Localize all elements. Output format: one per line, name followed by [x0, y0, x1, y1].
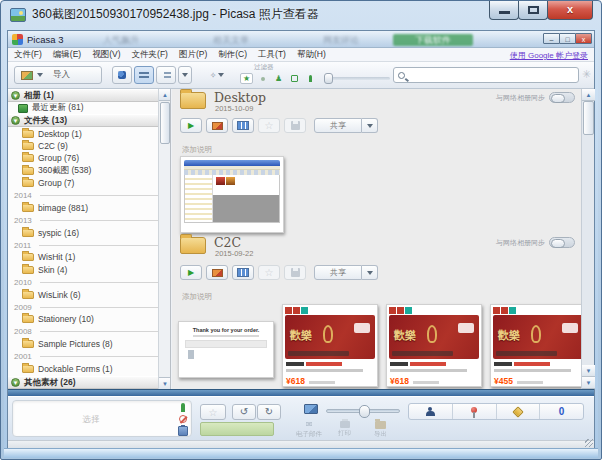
folders-header[interactable]: ▼ 文件夹 (13) [8, 114, 170, 127]
collapse-arrow-icon[interactable]: ▼ [11, 91, 20, 100]
tree-view-button[interactable] [156, 66, 176, 84]
menu-item[interactable]: 工具(T) [258, 49, 286, 61]
import-button[interactable]: 导入 [14, 66, 102, 84]
picasa-close-button[interactable]: x [575, 33, 592, 44]
print-button[interactable]: 打印 [338, 421, 351, 438]
sidebar-folder-row[interactable]: Group (76) [8, 152, 170, 164]
scroll-down-button[interactable]: ▼ [159, 377, 171, 389]
menu-item[interactable]: 图片(P) [179, 49, 207, 61]
picasa-maximize-button[interactable]: □ [559, 33, 576, 44]
other-stuff-header[interactable]: ▼ 其他素材 (26) [8, 376, 158, 389]
date-filter-slider[interactable] [324, 77, 390, 80]
tags-panel-button[interactable] [496, 404, 540, 419]
picasa-titlebar[interactable]: Picasa 3 人气飙升相关文章网友评论下载软件 – □ x [8, 31, 594, 48]
menu-item[interactable]: 帮助(H) [297, 49, 326, 61]
search-box[interactable] [393, 67, 579, 83]
menu-item[interactable]: 视图(V) [92, 49, 120, 61]
scrollbar-thumb[interactable] [583, 101, 594, 135]
star-photo-button[interactable]: ☆ [200, 404, 226, 420]
caption-placeholder[interactable]: 添加说明 [182, 292, 212, 302]
scroll-up-button[interactable]: ▲ [582, 89, 595, 101]
search-input[interactable] [405, 69, 578, 81]
create-collage-button[interactable] [206, 265, 228, 280]
sidebar-item-recent[interactable]: 最近更新 (81) [8, 102, 170, 114]
caption-placeholder[interactable]: 添加说明 [182, 145, 212, 155]
photo-thumbnail[interactable]: 歡樂 ¥618 [282, 304, 378, 387]
scroll-down-button[interactable]: ▼ [582, 365, 595, 377]
save-button[interactable] [284, 118, 306, 133]
people-panel-button[interactable] [409, 404, 452, 419]
sync-toggle[interactable] [549, 92, 575, 103]
hold-pin-icon[interactable] [181, 403, 185, 412]
share-button[interactable]: 共享 [314, 118, 362, 133]
picasa-minimize-button[interactable]: – [543, 33, 560, 44]
create-movie-button[interactable] [232, 265, 254, 280]
share-dropdown[interactable] [362, 118, 378, 133]
star-button[interactable]: ☆ [258, 118, 280, 133]
people-view-button[interactable] [112, 66, 132, 84]
sidebar-scrollbar[interactable]: ▲ ▼ [158, 89, 170, 389]
sidebar-folder-row[interactable]: WisLink (6) [8, 288, 170, 300]
viewer-minimize-button[interactable] [489, 1, 519, 20]
filter-movies-button[interactable] [288, 73, 301, 84]
menu-item[interactable]: 文件(F) [14, 49, 42, 61]
slider-knob[interactable] [324, 73, 333, 84]
section-title[interactable]: Desktop [214, 90, 266, 105]
play-slideshow-button[interactable]: ▶ [180, 118, 202, 133]
sidebar-folder-row[interactable]: Dockable Forms (1) [8, 363, 170, 375]
create-collage-button[interactable] [206, 118, 228, 133]
batch-clipboard-icon[interactable] [178, 426, 188, 436]
places-panel-button[interactable] [452, 404, 496, 419]
info-panel-button[interactable]: 0 [539, 404, 583, 419]
sidebar-folder-row[interactable]: WisHit (1) [8, 251, 170, 263]
sidebar-folder-row[interactable]: Group (7) [8, 177, 170, 189]
sidebar-folder-row[interactable]: Sample Pictures (8) [8, 338, 170, 350]
sidebar-folder-row[interactable]: bimage (881) [8, 202, 170, 214]
sidebar-folder-row[interactable]: C2C (9) [8, 140, 170, 152]
filter-starred-button[interactable]: ★ [240, 73, 253, 84]
menu-item[interactable]: 文件夹(F) [132, 49, 168, 61]
scroll-up-button[interactable]: ▲ [159, 89, 171, 101]
view-options-dropdown[interactable] [178, 66, 192, 84]
sidebar-folder-row[interactable]: Desktop (1) [8, 127, 170, 139]
photo-thumbnail[interactable]: 歡樂 ¥455 [490, 304, 581, 387]
viewer-close-button[interactable]: x [547, 1, 593, 20]
slideshow-button[interactable]: ✧ [204, 66, 230, 84]
filter-geotag-button[interactable] [304, 73, 317, 84]
star-button[interactable]: ☆ [258, 265, 280, 280]
section-title[interactable]: C2C [214, 235, 241, 250]
menu-item[interactable]: 制作(C) [218, 49, 247, 61]
sync-toggle[interactable] [549, 237, 575, 248]
albums-header[interactable]: ▼ 相册 (1) [8, 89, 170, 102]
photo-thumbnail[interactable]: Thank you for your order. [178, 321, 274, 378]
thumbnail-size-slider[interactable] [326, 409, 400, 413]
email-button[interactable]: ✉ 电子邮件 [296, 421, 322, 439]
rotate-right-button[interactable]: ↻ [257, 404, 281, 420]
viewer-maximize-button[interactable] [518, 1, 548, 20]
export-button[interactable]: 导出 [374, 421, 387, 439]
sidebar-folder-row[interactable]: syspic (16) [8, 227, 170, 239]
viewer-titlebar[interactable]: 360截图20150930170952438.jpg - Picasa 照片查看… [1, 1, 601, 28]
collapse-arrow-icon[interactable]: ▼ [11, 378, 20, 387]
flat-view-button[interactable] [134, 66, 154, 84]
main-scrollbar[interactable]: ▲ ▼ ▼ [581, 89, 594, 389]
rotate-left-button[interactable]: ↺ [232, 404, 256, 420]
play-slideshow-button[interactable]: ▶ [180, 265, 202, 280]
scroll-page-down-button[interactable]: ▼ [582, 377, 595, 389]
share-button[interactable]: 共享 [314, 265, 362, 280]
collapse-arrow-icon[interactable]: ▼ [11, 116, 20, 125]
photo-tray[interactable]: 选择 [12, 400, 192, 437]
share-dropdown[interactable] [362, 265, 378, 280]
resize-grip[interactable] [585, 439, 593, 447]
sidebar-folder-row[interactable]: 360截图 (538) [8, 165, 170, 177]
photo-thumbnail[interactable]: 歡樂 ¥618 [386, 304, 482, 387]
sidebar-folder-row[interactable]: Skin (4) [8, 264, 170, 276]
save-button[interactable] [284, 265, 306, 280]
menu-item[interactable]: 编辑(E) [53, 49, 81, 61]
create-movie-button[interactable] [232, 118, 254, 133]
filter-faces-button[interactable]: ♟ [272, 73, 285, 84]
sidebar-folder-row[interactable]: Stationery (10) [8, 313, 170, 325]
clear-tray-icon[interactable] [179, 415, 187, 423]
filter-dot-button[interactable] [256, 73, 269, 84]
scrollbar-thumb[interactable] [160, 102, 170, 144]
